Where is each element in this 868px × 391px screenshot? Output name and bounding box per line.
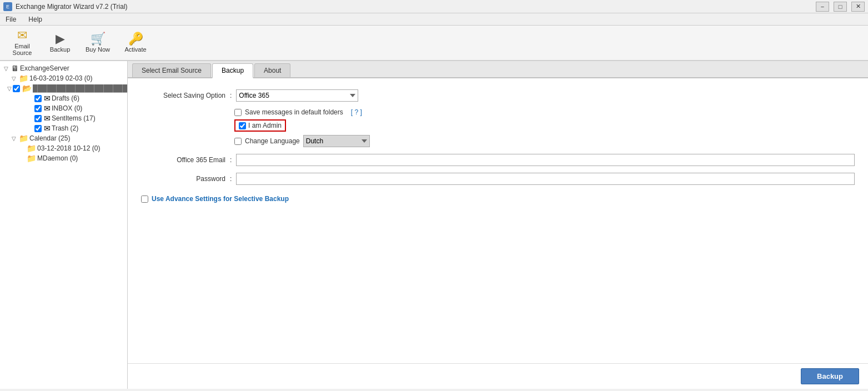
window-title: Exchange Migrator Wizard v7.2 (Trial): [16, 3, 128, 11]
saving-option-row: Select Saving Option : Office 365 Gmail …: [141, 89, 855, 102]
change-language-checkbox[interactable]: [234, 138, 242, 145]
cart-icon: 🛒: [91, 33, 106, 45]
maximize-button[interactable]: □: [834, 2, 847, 12]
tree-node-trash[interactable]: ✉ Trash (2): [0, 123, 127, 133]
tree-node-email[interactable]: ▽ 📂 ████████████████████: [0, 83, 127, 93]
tree-node-drafts-label: Drafts (6): [52, 94, 79, 102]
tree-node-inbox[interactable]: ✉ INBOX (0): [0, 103, 127, 113]
tree-node-sentitems-checkbox[interactable]: [34, 115, 42, 122]
menu-bar: File Help: [0, 13, 868, 26]
title-bar-left: E Exchange Migrator Wizard v7.2 (Trial): [3, 2, 128, 11]
office365-email-label: Office 365 Email: [141, 156, 230, 164]
tree-node-calendar[interactable]: ▽ 📁 Calendar (25): [0, 133, 127, 143]
tab-about[interactable]: About: [254, 63, 290, 77]
save-messages-row: Save messages in default folders [ ? ]: [234, 108, 855, 116]
app-icon: E: [3, 2, 12, 11]
key-icon: 🔑: [128, 33, 143, 45]
change-language-label: Change Language: [245, 137, 300, 145]
minimize-button[interactable]: −: [816, 2, 829, 12]
office365-email-row: Office 365 Email :: [141, 154, 855, 166]
i-am-admin-row: I am Admin: [234, 119, 855, 132]
activate-label: Activate: [124, 46, 146, 53]
saving-option-colon: :: [230, 92, 232, 99]
tree-node-drafts[interactable]: ✉ Drafts (6): [0, 93, 127, 103]
backup-button[interactable]: Backup: [801, 368, 859, 384]
password-row: Password :: [141, 173, 855, 185]
tree-node-date2[interactable]: 📁 03-12-2018 10-12 (0): [0, 143, 127, 153]
tab-bar: Select Email Source Backup About: [128, 61, 868, 78]
i-am-admin-checkbox[interactable]: [239, 122, 246, 129]
tree-node-mdaemon-label: MDaemon (0): [37, 154, 78, 162]
saving-option-select[interactable]: Office 365 Gmail Yahoo Hotmail Exchange …: [236, 89, 358, 102]
sent-icon: ✉: [44, 114, 51, 123]
language-select[interactable]: Dutch English German French Spanish: [303, 135, 370, 147]
buy-now-label: Buy Now: [86, 46, 110, 53]
close-button[interactable]: ✕: [851, 2, 865, 12]
tab-backup[interactable]: Backup: [212, 63, 253, 78]
main-layout: ▽ 🖥 ExchangeServer ▽ 📁 16-03-2019 02-03 …: [0, 61, 868, 389]
drafts-icon: ✉: [44, 94, 51, 103]
root-expander[interactable]: ▽: [2, 66, 10, 72]
right-panel: Select Email Source Backup About Select …: [128, 61, 868, 389]
node-email-expander[interactable]: ▽: [7, 86, 12, 92]
title-bar: E Exchange Migrator Wizard v7.2 (Trial) …: [0, 0, 868, 13]
tree-node-inbox-label: INBOX (0): [52, 104, 82, 112]
folder-icon-3: 📁: [27, 154, 36, 163]
backup-icon: ▶: [56, 33, 65, 45]
tree-node-inbox-checkbox[interactable]: [34, 105, 42, 112]
office365-email-input[interactable]: [236, 154, 855, 166]
change-language-row: Change Language Dutch English German Fre…: [234, 135, 855, 147]
tree-panel: ▽ 🖥 ExchangeServer ▽ 📁 16-03-2019 02-03 …: [0, 61, 128, 389]
trash-icon: ✉: [44, 124, 51, 133]
email-source-icon: ✉: [17, 29, 27, 42]
password-label: Password: [141, 175, 230, 183]
tree-node-email-checkbox[interactable]: [13, 85, 20, 92]
password-colon: :: [230, 175, 232, 183]
save-messages-checkbox[interactable]: [234, 109, 242, 116]
password-input[interactable]: [236, 173, 855, 185]
backup-toolbar-button[interactable]: ▶ Backup: [42, 28, 78, 58]
advance-settings-checkbox[interactable]: [141, 196, 148, 203]
help-link[interactable]: [ ? ]: [351, 108, 362, 116]
advance-settings-row: Use Advance Settings for Selective Backu…: [141, 195, 855, 203]
tree-node-email-label: ████████████████████: [33, 84, 127, 92]
tree-node-drafts-checkbox[interactable]: [34, 95, 42, 102]
tree-node-date1-label: 16-03-2019 02-03 (0): [29, 74, 92, 82]
tab-select-email-source[interactable]: Select Email Source: [132, 63, 211, 77]
tree-node-calendar-label: Calendar (25): [29, 134, 70, 142]
toolbar: ✉ Email Source ▶ Backup 🛒 Buy Now 🔑 Acti…: [0, 26, 868, 61]
advance-settings-label[interactable]: Use Advance Settings for Selective Backu…: [152, 195, 289, 203]
activate-button[interactable]: 🔑 Activate: [118, 28, 153, 58]
email-source-label: Email Source: [5, 43, 39, 56]
footer: Backup: [128, 363, 868, 389]
tree-node-date2-label: 03-12-2018 10-12 (0): [37, 144, 100, 152]
office365-email-colon: :: [230, 156, 232, 164]
saving-option-label: Select Saving Option: [141, 92, 230, 99]
inbox-icon: ✉: [44, 104, 51, 113]
server-icon: 🖥: [11, 64, 19, 73]
content-area: Select Saving Option : Office 365 Gmail …: [128, 78, 868, 363]
save-messages-label: Save messages in default folders: [245, 108, 343, 116]
node-date1-expander[interactable]: ▽: [10, 76, 18, 82]
node-calendar-expander[interactable]: ▽: [10, 136, 18, 142]
tree-node-trash-label: Trash (2): [52, 124, 78, 132]
tree-root[interactable]: ▽ 🖥 ExchangeServer: [0, 63, 127, 73]
folder-icon-2: 📁: [27, 144, 36, 153]
tree-node-sentitems[interactable]: ✉ SentItems (17): [0, 113, 127, 123]
email-source-button[interactable]: ✉ Email Source: [4, 28, 40, 58]
tree-node-trash-checkbox[interactable]: [34, 125, 42, 132]
tree-node-sentitems-label: SentItems (17): [52, 114, 96, 122]
tree-node-mdaemon[interactable]: 📁 MDaemon (0): [0, 153, 127, 163]
menu-help[interactable]: Help: [25, 14, 46, 24]
tree-node-date1[interactable]: ▽ 📁 16-03-2019 02-03 (0): [0, 73, 127, 83]
calendar-icon: 📁: [19, 134, 28, 143]
email-folder-icon: 📂: [22, 84, 32, 93]
tree-root-label: ExchangeServer: [20, 64, 69, 72]
i-am-admin-box: I am Admin: [234, 119, 286, 132]
i-am-admin-label: I am Admin: [248, 122, 282, 129]
title-bar-controls: − □ ✕: [816, 2, 865, 12]
backup-toolbar-label: Backup: [50, 46, 71, 53]
folder-icon-1: 📁: [19, 74, 28, 83]
menu-file[interactable]: File: [2, 14, 19, 24]
buy-now-button[interactable]: 🛒 Buy Now: [80, 28, 116, 58]
